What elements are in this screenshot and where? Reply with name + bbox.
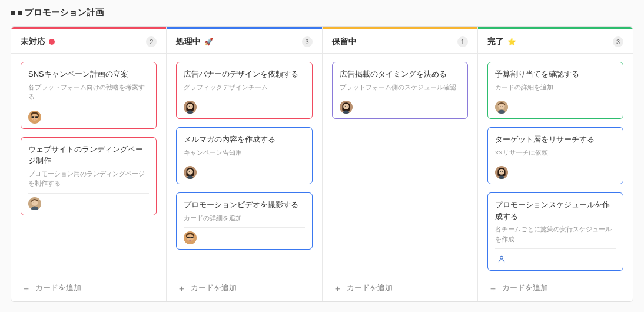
plus-icon: ＋	[22, 284, 31, 293]
column-title: 完了	[487, 36, 504, 47]
svg-rect-21	[187, 237, 190, 238]
assignee-avatar[interactable]	[184, 166, 197, 179]
column-header: 完了 ⭐ 3	[478, 29, 633, 54]
card-footer	[184, 97, 304, 114]
card-title: プロモーションスケジュールを作成する	[495, 199, 616, 222]
board-title-text: プロモーション計画	[25, 7, 104, 18]
assignee-avatar[interactable]	[28, 111, 41, 124]
kanban-card[interactable]: 予算割り当てを確認する カードの詳細を追加	[487, 62, 623, 119]
card-description: キャンペーン告知用	[184, 148, 304, 158]
svg-point-30	[500, 106, 500, 107]
column-count-badge: 1	[457, 36, 468, 47]
kanban-card[interactable]: ターゲット層をリサーチする ××リサーチに依頼	[487, 127, 623, 184]
svg-rect-23	[190, 237, 191, 238]
card-description: ××リサーチに依頼	[495, 148, 616, 158]
svg-point-9	[35, 202, 36, 203]
card-description: 各チームごとに施策の実行スケジュールを作成	[495, 224, 616, 244]
column-body: 広告バナーのデザインを依頼する グラフィックデザインチーム メルマガの内容を作成…	[167, 54, 321, 274]
svg-rect-4	[35, 116, 38, 118]
card-footer	[495, 162, 616, 179]
column-title: 処理中	[176, 36, 201, 47]
dot-icon	[18, 11, 22, 15]
card-footer	[28, 107, 149, 124]
kanban-card[interactable]: ウェブサイトのランディングページ制作 プロモーション用のランディングページを制作…	[21, 137, 157, 215]
svg-point-8	[33, 202, 34, 203]
card-title: SNSキャンペーン計画の立案	[28, 68, 149, 80]
add-card-button[interactable]: ＋ カードを追加	[167, 274, 321, 301]
kanban-card[interactable]: 広告バナーのデザインを依頼する グラフィックデザインチーム	[176, 62, 312, 119]
column-title: 未対応	[21, 36, 45, 47]
card-description: プロモーション用のランディングページを制作する	[28, 169, 149, 188]
card-description: カードの詳細を追加	[495, 82, 616, 92]
assignee-avatar[interactable]	[28, 197, 41, 210]
assignee-avatar[interactable]	[184, 231, 197, 244]
plus-icon: ＋	[489, 284, 497, 293]
card-footer	[28, 193, 149, 210]
svg-rect-3	[32, 116, 34, 118]
kanban-card[interactable]: プロモーションスケジュールを作成する 各チームごとに施策の実行スケジュールを作成	[487, 192, 623, 271]
svg-point-35	[502, 171, 503, 172]
plus-icon: ＋	[333, 284, 342, 293]
svg-rect-5	[34, 116, 35, 117]
card-title: 広告バナーのデザインを依頼する	[184, 68, 304, 80]
svg-point-27	[346, 106, 347, 107]
kanban-board: 未対応 2 SNSキャンペーン計画の立案 各プラットフォーム向けの戦略を考案する…	[11, 26, 633, 302]
kanban-card[interactable]: メルマガの内容を作成する キャンペーン告知用	[176, 127, 312, 184]
add-card-button[interactable]: ＋ カードを追加	[478, 274, 633, 301]
svg-point-25	[343, 104, 349, 109]
add-card-button[interactable]: ＋ カードを追加	[323, 274, 477, 301]
kanban-card[interactable]: プロモーションビデオを撮影する カードの詳細を追加	[176, 192, 312, 250]
card-footer	[184, 162, 304, 179]
column-title: 保留中	[332, 36, 357, 47]
svg-point-34	[500, 171, 500, 172]
column-count-badge: 2	[146, 36, 157, 47]
card-title: ターゲット層をリサーチする	[495, 134, 616, 145]
assignee-placeholder-icon[interactable]	[495, 253, 508, 265]
assignee-avatar[interactable]	[495, 101, 508, 114]
add-card-label: カードを追加	[35, 283, 81, 293]
column-header: 未対応 2	[11, 29, 166, 54]
card-footer	[495, 97, 616, 114]
card-description: グラフィックデザインチーム	[184, 82, 304, 92]
star-icon: ⭐	[507, 38, 516, 46]
card-title: プロモーションビデオを撮影する	[184, 199, 304, 211]
board-title: プロモーション計画	[11, 7, 633, 18]
plus-icon: ＋	[177, 284, 186, 293]
kanban-column: 保留中 1 広告掲載のタイミングを決める プラットフォーム側のスケジュール確認 …	[323, 27, 478, 301]
card-description: カードの詳細を追加	[184, 213, 304, 223]
assignee-avatar[interactable]	[495, 166, 508, 179]
kanban-card[interactable]: 広告掲載のタイミングを決める プラットフォーム側のスケジュール確認	[332, 62, 468, 119]
column-header: 処理中 🚀 3	[167, 29, 321, 54]
svg-rect-22	[191, 237, 193, 238]
column-body: 予算割り当てを確認する カードの詳細を追加 ターゲット層をリサーチする ××リサ…	[478, 54, 633, 274]
card-title: 予算割り当てを確認する	[495, 68, 616, 80]
assignee-avatar[interactable]	[184, 101, 197, 114]
card-description: 各プラットフォーム向けの戦略を考案する	[28, 82, 149, 102]
svg-point-11	[187, 104, 193, 109]
svg-point-16	[189, 171, 190, 172]
kanban-card[interactable]: SNSキャンペーン計画の立案 各プラットフォーム向けの戦略を考案する	[21, 62, 157, 129]
svg-point-31	[502, 106, 503, 107]
card-title: ウェブサイトのランディングページ制作	[28, 144, 149, 167]
column-body: 広告掲載のタイミングを決める プラットフォーム側のスケジュール確認	[323, 54, 477, 274]
card-title: メルマガの内容を作成する	[184, 134, 304, 145]
svg-point-17	[191, 171, 191, 172]
add-card-label: カードを追加	[347, 283, 393, 293]
kanban-column: 未対応 2 SNSキャンペーン計画の立案 各プラットフォーム向けの戦略を考案する…	[11, 27, 167, 301]
svg-point-15	[187, 169, 193, 175]
column-count-badge: 3	[613, 36, 623, 47]
svg-point-13	[191, 106, 191, 107]
dot-icon	[11, 11, 15, 15]
add-card-label: カードを追加	[502, 283, 548, 293]
svg-point-36	[500, 256, 503, 259]
rocket-icon: 🚀	[204, 38, 213, 46]
svg-point-33	[499, 169, 504, 175]
kanban-column: 処理中 🚀 3 広告バナーのデザインを依頼する グラフィックデザインチーム メル…	[167, 27, 322, 301]
card-footer	[340, 97, 460, 114]
kanban-column: 完了 ⭐ 3 予算割り当てを確認する カードの詳細を追加 ターゲット層をリサーチ…	[478, 27, 633, 301]
card-title: 広告掲載のタイミングを決める	[340, 68, 460, 80]
assignee-avatar[interactable]	[340, 101, 353, 114]
add-card-button[interactable]: ＋ カードを追加	[11, 274, 166, 301]
column-count-badge: 3	[302, 36, 313, 47]
svg-point-12	[189, 106, 190, 107]
